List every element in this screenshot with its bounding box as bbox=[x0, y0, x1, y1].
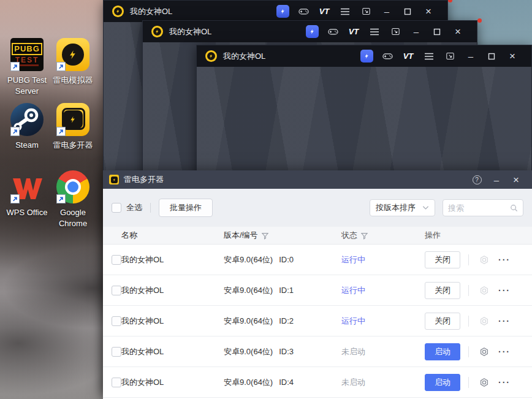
desktop-icon-label: 雷电模拟器 bbox=[49, 75, 97, 86]
close-instance-button[interactable]: 关闭 bbox=[425, 251, 460, 268]
gamepad-icon[interactable] bbox=[322, 21, 343, 42]
action-divider bbox=[468, 346, 469, 357]
action-divider bbox=[468, 377, 469, 388]
multiopener-logo-icon bbox=[109, 175, 119, 184]
header-status: 状态 bbox=[341, 230, 357, 241]
action-divider bbox=[468, 254, 469, 265]
close-icon[interactable]: × bbox=[418, 1, 439, 22]
row-checkbox[interactable] bbox=[112, 316, 121, 326]
boost-icon[interactable] bbox=[272, 1, 293, 22]
emulator-titlebar[interactable]: 我的女神OL VT – bbox=[143, 21, 477, 42]
action-divider bbox=[468, 285, 469, 296]
more-icon[interactable]: ··· bbox=[498, 378, 511, 387]
header-action: 操作 bbox=[425, 230, 532, 241]
gear-icon[interactable] bbox=[479, 378, 489, 387]
window-title: 我的女神OL bbox=[223, 51, 265, 62]
start-instance-button[interactable]: 启动 bbox=[425, 374, 460, 391]
boost-icon[interactable] bbox=[302, 21, 322, 42]
more-icon[interactable]: ··· bbox=[498, 347, 511, 357]
chevron-down-icon bbox=[422, 205, 429, 210]
header-name: 名称 bbox=[121, 230, 224, 241]
minimize-icon[interactable]: – bbox=[460, 45, 481, 67]
maximize-icon[interactable] bbox=[481, 45, 502, 67]
instance-version: 安卓9.0(64位) bbox=[224, 316, 273, 327]
gear-icon[interactable] bbox=[479, 286, 489, 295]
close-instance-button[interactable]: 关闭 bbox=[425, 282, 460, 299]
vt-badge[interactable]: VT bbox=[398, 45, 419, 67]
multiopener-window: 雷电多开器 ? – × 全选 批量操作 按版本排序 名称 bbox=[103, 170, 532, 399]
gamepad-icon[interactable] bbox=[293, 1, 314, 22]
instance-name: 我的女神OL bbox=[121, 254, 224, 265]
ldplayer-logo-icon bbox=[151, 26, 163, 37]
more-icon[interactable]: ··· bbox=[498, 255, 511, 265]
desktop-icon-label: PUBG Test Server bbox=[3, 75, 51, 96]
pubg-logo-text: PUBG bbox=[12, 43, 42, 55]
instance-id: ID:0 bbox=[279, 255, 294, 264]
close-icon[interactable]: × bbox=[506, 170, 526, 189]
select-all-checkbox[interactable] bbox=[112, 203, 121, 213]
more-icon[interactable]: ··· bbox=[498, 316, 511, 326]
vt-badge[interactable]: VT bbox=[343, 21, 364, 42]
notification-dot bbox=[477, 18, 482, 23]
minimize-icon[interactable]: – bbox=[376, 1, 397, 22]
desktop-icon-chrome[interactable]: Google Chrome bbox=[49, 170, 97, 229]
sort-dropdown[interactable]: 按版本排序 bbox=[370, 199, 435, 216]
maximize-icon[interactable] bbox=[427, 21, 447, 42]
table-header-row: 名称 版本/编号 状态 操作 bbox=[103, 227, 532, 245]
pip-icon[interactable] bbox=[439, 45, 460, 67]
select-all-label: 全选 bbox=[126, 202, 142, 213]
row-checkbox[interactable] bbox=[112, 347, 121, 357]
screen: PUBG TEST PUBG Test Server 雷电模拟器 bbox=[0, 0, 532, 399]
instance-row: 我的女神OL 安卓9.0(64位) ID:0 运行中 关闭 ··· bbox=[103, 245, 532, 275]
filter-icon[interactable] bbox=[261, 232, 269, 240]
desktop-icon-pubg-test-server[interactable]: PUBG TEST PUBG Test Server bbox=[3, 38, 51, 96]
desktop-icon-ldplayer[interactable]: 雷电模拟器 bbox=[49, 38, 97, 86]
desktop-icon-multiopener[interactable]: 雷电多开器 bbox=[49, 103, 97, 151]
shortcut-arrow-icon bbox=[56, 62, 66, 71]
gamepad-icon[interactable] bbox=[377, 45, 398, 67]
window-title: 我的女神OL bbox=[130, 6, 172, 17]
boost-icon[interactable] bbox=[356, 45, 377, 67]
help-icon[interactable]: ? bbox=[467, 170, 487, 189]
status-badge: 未启动 bbox=[341, 347, 365, 356]
close-icon[interactable]: × bbox=[447, 21, 468, 42]
multiopener-titlebar[interactable]: 雷电多开器 ? – × bbox=[103, 170, 532, 189]
manager-toolbar: 全选 批量操作 按版本排序 bbox=[103, 189, 532, 227]
row-checkbox[interactable] bbox=[112, 378, 121, 387]
emulator-titlebar[interactable]: 我的女神OL VT – bbox=[104, 1, 447, 22]
menu-icon[interactable] bbox=[364, 21, 385, 42]
pip-icon[interactable] bbox=[385, 21, 406, 42]
menu-icon[interactable] bbox=[335, 1, 355, 22]
pip-icon[interactable] bbox=[355, 1, 376, 22]
emulator-titlebar[interactable]: 我的女神OL VT – bbox=[197, 45, 531, 67]
close-icon[interactable]: × bbox=[502, 45, 523, 67]
minimize-icon[interactable]: – bbox=[487, 170, 506, 189]
desktop-icon-steam[interactable]: Steam bbox=[3, 103, 51, 151]
batch-operation-button[interactable]: 批量操作 bbox=[159, 199, 213, 217]
instance-version: 安卓9.0(64位) bbox=[224, 254, 273, 265]
ldplayer-logo-icon bbox=[205, 50, 217, 62]
status-badge: 运行中 bbox=[341, 286, 365, 295]
maximize-icon[interactable] bbox=[397, 1, 418, 22]
gear-icon[interactable] bbox=[479, 347, 489, 357]
start-instance-button[interactable]: 启动 bbox=[425, 343, 460, 360]
toolbar-divider bbox=[150, 203, 151, 213]
filter-icon[interactable] bbox=[360, 232, 368, 240]
desktop-icon-wps[interactable]: WPS Office bbox=[3, 170, 51, 218]
menu-icon[interactable] bbox=[419, 45, 439, 67]
vt-badge[interactable]: VT bbox=[314, 1, 335, 22]
gear-icon[interactable] bbox=[479, 255, 489, 265]
gear-icon[interactable] bbox=[479, 316, 489, 326]
steam-icon bbox=[10, 103, 44, 136]
instance-row: 我的女神OL 安卓9.0(64位) ID:1 运行中 关闭 ··· bbox=[103, 275, 532, 306]
minimize-icon[interactable]: – bbox=[406, 21, 427, 42]
row-checkbox[interactable] bbox=[112, 255, 121, 265]
header-version: 版本/编号 bbox=[224, 230, 258, 241]
search-input[interactable] bbox=[448, 203, 510, 213]
window-title: 雷电多开器 bbox=[124, 174, 164, 185]
more-icon[interactable]: ··· bbox=[498, 286, 511, 295]
row-checkbox[interactable] bbox=[112, 286, 121, 295]
ldplayer-icon bbox=[56, 38, 89, 71]
search-box[interactable] bbox=[443, 199, 523, 216]
close-instance-button[interactable]: 关闭 bbox=[425, 313, 460, 330]
